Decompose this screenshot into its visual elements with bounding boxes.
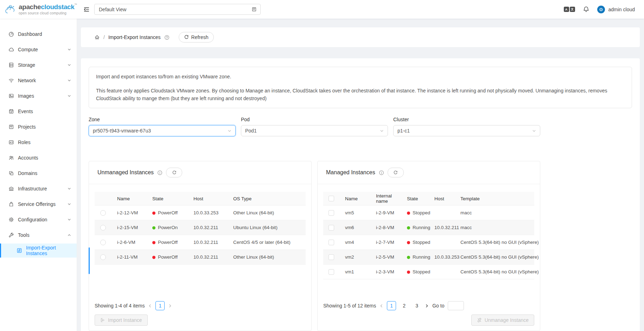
- column-header-state: State: [147, 192, 188, 206]
- row-radio[interactable]: [100, 240, 106, 245]
- cell-name: vm6: [339, 220, 370, 235]
- table-row: i-2-11-VM PowerOff 10.0.32.211 Other Lin…: [95, 250, 306, 265]
- cell-name: i-2-12-VM: [111, 206, 147, 220]
- sidebar-item-projects[interactable]: Projects: [0, 120, 77, 134]
- sidebar-item-dashboard[interactable]: Dashboard: [0, 27, 77, 41]
- refresh-button[interactable]: Refresh: [179, 32, 214, 43]
- sidebar-item-label: Network: [18, 78, 36, 83]
- filters-row: Zone pr5075-t943-vmware-67u3 Pod Pod1 Cl…: [89, 117, 632, 136]
- sidebar-item-label: Events: [18, 109, 33, 114]
- page-number[interactable]: 2: [400, 301, 409, 310]
- sidebar-item-label: Configuration: [18, 217, 47, 222]
- column-header-name: Name: [339, 192, 370, 206]
- logo-tagline: open source cloud computing: [19, 11, 77, 15]
- goto-page-input[interactable]: [448, 301, 464, 310]
- sidebar-item-import-export-instances[interactable]: Import-Export Instances: [0, 244, 77, 258]
- cell-host: 10.0.32.211: [188, 250, 228, 265]
- zone-filter: Zone pr5075-t943-vmware-67u3: [89, 117, 236, 136]
- sidebar-item-accounts[interactable]: Accounts: [0, 151, 77, 165]
- sidebar-item-images[interactable]: Images: [0, 89, 77, 103]
- import-icon: [100, 318, 105, 323]
- help-icon[interactable]: [164, 35, 170, 40]
- sidebar-item-infrastructure[interactable]: Infrastructure: [0, 182, 77, 196]
- row-checkbox[interactable]: [329, 269, 334, 275]
- table-row: vm6 i-2-8-VM Running 10.0.32.211 macc: [323, 220, 534, 235]
- sidebar-item-service-offerings[interactable]: Service Offerings: [0, 197, 77, 211]
- row-radio[interactable]: [100, 210, 106, 216]
- instance-cards: Unmanaged Instances: [89, 161, 632, 331]
- row-checkbox[interactable]: [329, 210, 334, 216]
- next-page-icon[interactable]: [425, 304, 429, 308]
- table-row: vm1 i-2-3-VM Stopped CentOS 5.3(64-bit) …: [323, 265, 534, 279]
- cell-state: Running: [401, 250, 429, 265]
- chevron-down-icon: [68, 63, 71, 67]
- cell-host: [429, 235, 455, 250]
- cell-template: CentOS 5.3(64-bit) no GUI (vSphere): [455, 235, 534, 250]
- notification-bell-icon[interactable]: [583, 6, 589, 13]
- sidebar-item-domains[interactable]: Domains: [0, 166, 77, 180]
- sidebar-item-roles[interactable]: Roles: [0, 135, 77, 149]
- block-icon: [8, 170, 14, 176]
- sidebar-item-network[interactable]: Network: [0, 73, 77, 87]
- cell-state: Stopped: [401, 235, 429, 250]
- table-row: i-2-15-VM PowerOn 10.0.32.211 Ubuntu Lin…: [95, 220, 306, 235]
- cluster-select-value: p1-c1: [397, 128, 410, 134]
- row-checkbox[interactable]: [329, 254, 334, 260]
- breadcrumb-bar: / Import-Export Instances Refresh: [81, 27, 640, 47]
- sidebar-item-label: Domains: [18, 170, 37, 176]
- zone-select-value: pr5075-t943-vmware-67u3: [93, 128, 151, 134]
- row-radio[interactable]: [100, 225, 106, 231]
- chevron-down-icon: [68, 48, 71, 51]
- pod-select[interactable]: Pod1: [241, 125, 388, 136]
- managed-actions: Unmanage Instance: [323, 314, 534, 326]
- managed-card-body: Name Internal name State Host Template: [318, 184, 540, 331]
- user-avatar[interactable]: [597, 6, 605, 13]
- chevron-down-icon: [68, 187, 71, 190]
- view-selector[interactable]: Default View: [94, 4, 261, 15]
- sidebar-item-tools[interactable]: Tools: [0, 228, 77, 242]
- cluster-select[interactable]: p1-c1: [393, 125, 540, 136]
- logo-trademark: ™: [74, 3, 77, 6]
- managed-refresh-button[interactable]: [388, 168, 404, 177]
- column-header-os-type: OS Type: [228, 192, 306, 206]
- info-icon[interactable]: [157, 170, 162, 175]
- row-checkbox[interactable]: [329, 225, 334, 231]
- zone-select[interactable]: pr5075-t943-vmware-67u3: [89, 125, 236, 136]
- table-row: vm5 i-2-9-VM Stopped macc: [323, 206, 534, 220]
- sidebar: Dashboard Compute Storage Network: [0, 19, 77, 331]
- managed-card-header: Managed Instances: [318, 161, 540, 184]
- table-row: i-2-12-VM PowerOff 10.0.33.253 Other Lin…: [95, 206, 306, 220]
- cell-state: PowerOff: [147, 250, 188, 265]
- cloudstack-monkey-icon: [4, 2, 16, 17]
- select-all-checkbox[interactable]: [329, 196, 334, 201]
- chevron-up-icon: [68, 233, 71, 237]
- chevron-down-icon: [380, 129, 384, 133]
- unmanaged-refresh-button[interactable]: [166, 168, 182, 177]
- import-instance-button[interactable]: Import Instance: [95, 314, 148, 326]
- cell-state: PowerOff: [147, 235, 188, 250]
- cell-state: Running: [401, 220, 429, 235]
- cell-host: 10.0.33.253: [429, 250, 455, 265]
- intro-line-2: This feature only applies Cloudstack VMw…: [96, 87, 625, 102]
- cell-os: Other Linux (64-bit): [228, 250, 306, 265]
- sidebar-item-configuration[interactable]: Configuration: [0, 213, 77, 227]
- info-icon[interactable]: [379, 170, 384, 175]
- home-icon[interactable]: [94, 34, 100, 40]
- page-number[interactable]: 1: [155, 301, 165, 310]
- row-radio[interactable]: [100, 254, 106, 260]
- unmanage-instance-button[interactable]: Unmanage Instance: [471, 314, 534, 326]
- sidebar-item-events[interactable]: Events: [0, 104, 77, 118]
- row-checkbox[interactable]: [329, 240, 334, 245]
- unmanaged-actions: Import Instance: [95, 314, 306, 326]
- sidebar-item-compute[interactable]: Compute: [0, 43, 77, 57]
- translation-icon[interactable]: A文: [564, 7, 575, 12]
- cell-os: CentOS 4/5 or later (64-bit): [228, 235, 306, 250]
- page-number[interactable]: 1: [387, 301, 396, 310]
- sidebar-item-label: Compute: [18, 47, 38, 52]
- menu-fold-icon[interactable]: [83, 6, 90, 13]
- sidebar-item-storage[interactable]: Storage: [0, 58, 77, 72]
- user-name[interactable]: admin cloud: [608, 7, 635, 12]
- cell-host: [429, 265, 455, 279]
- page-number[interactable]: 3: [412, 301, 421, 310]
- next-page-icon: [168, 304, 172, 308]
